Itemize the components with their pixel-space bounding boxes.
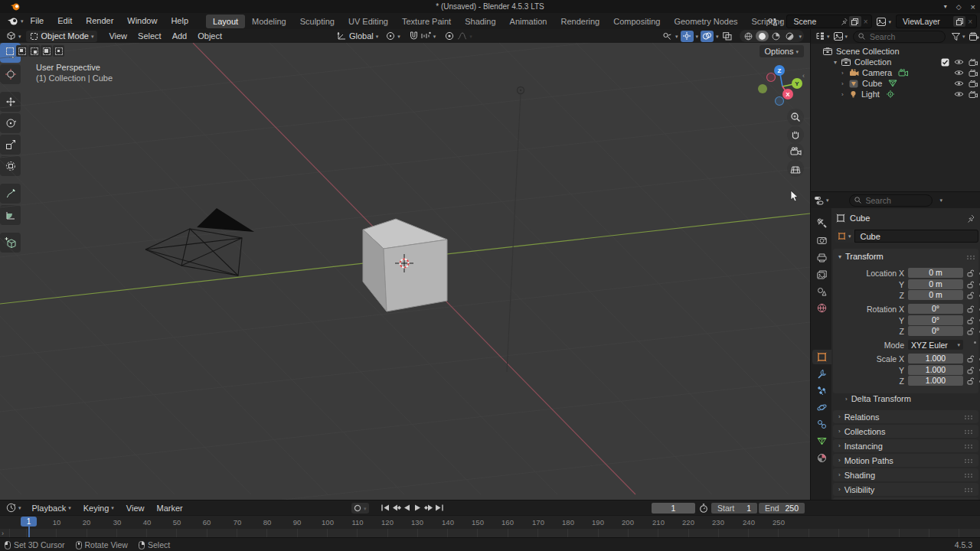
menu-edit[interactable]: Edit <box>51 13 79 29</box>
sidebar-toggle-icon[interactable]: ‹ <box>802 72 805 80</box>
start-frame-field[interactable]: Start 1 <box>711 503 757 514</box>
rotation-x-field[interactable]: 0° <box>908 304 963 314</box>
expand-icon[interactable]: › <box>841 70 848 77</box>
current-frame-field[interactable]: 1 <box>652 503 695 514</box>
mode-selector[interactable]: Object Mode ▾ <box>26 31 98 42</box>
nav-gizmo[interactable]: Z Y X <box>758 65 802 106</box>
animate-control[interactable] <box>974 341 976 344</box>
pin-id-icon[interactable] <box>967 214 975 223</box>
lock-animate-controls[interactable] <box>967 292 980 299</box>
pan-view-button[interactable] <box>787 126 804 143</box>
menu-playback[interactable]: Playback▾ <box>26 504 77 513</box>
panel-visibility[interactable]: ›Visibility <box>833 483 978 496</box>
menu-keying[interactable]: Keying▾ <box>77 504 120 513</box>
blender-menu-button[interactable]: ▾ <box>0 17 24 26</box>
workspace-tab-compositing[interactable]: Compositing <box>606 15 667 28</box>
exclude-checkbox[interactable] <box>941 58 949 67</box>
unlink-scene-icon[interactable]: × <box>864 18 868 26</box>
panel-grip[interactable] <box>964 444 974 448</box>
outliner-display-mode-dropdown[interactable]: ▾ <box>834 32 848 41</box>
snap-toggle[interactable] <box>410 31 418 41</box>
maximize-icon[interactable]: ◇ <box>956 3 962 11</box>
tab-object[interactable] <box>812 350 831 364</box>
menu-add[interactable]: Add <box>167 31 193 41</box>
gizmo-neg-x[interactable] <box>767 73 776 82</box>
panel-grip[interactable] <box>964 473 974 478</box>
tab-view-layer[interactable] <box>812 267 831 282</box>
view-layer-selector[interactable]: ViewLayer × <box>896 15 977 28</box>
camera-view-button[interactable] <box>787 143 804 160</box>
object-visibility-dropdown[interactable]: ▾ <box>660 31 678 42</box>
gizmo-neg-z[interactable] <box>776 97 784 106</box>
tab-scene[interactable] <box>812 284 831 298</box>
scene-selector[interactable]: Scene × <box>786 15 872 28</box>
new-collection-button[interactable] <box>969 32 979 41</box>
pin-icon[interactable] <box>841 18 848 25</box>
menu-help[interactable]: Help <box>164 13 195 29</box>
lock-animate-controls[interactable] <box>967 269 980 277</box>
shading-solid-button[interactable] <box>756 31 769 41</box>
lock-animate-controls[interactable] <box>967 281 980 289</box>
lock-animate-controls[interactable] <box>967 377 980 385</box>
panel-grip[interactable] <box>966 255 976 259</box>
panel-motion-paths[interactable]: ›Motion Paths <box>833 454 978 467</box>
cube-object[interactable] <box>363 219 447 311</box>
workspace-tab-shading[interactable]: Shading <box>458 15 502 28</box>
scale-x-field[interactable]: 1.000 <box>908 354 963 364</box>
camera-object[interactable] <box>145 208 254 276</box>
menu-marker[interactable]: Marker <box>150 504 188 513</box>
perspective-switch-button[interactable] <box>787 160 804 177</box>
id-type-selector[interactable]: ▾ <box>835 230 854 243</box>
location-z-field[interactable]: 0 m <box>908 290 963 300</box>
zoom-view-button[interactable] <box>787 109 804 126</box>
region-toggle-icon[interactable]: › <box>2 530 4 537</box>
menu-select[interactable]: Select <box>132 31 167 41</box>
minimize-icon[interactable]: ▾ <box>944 3 947 10</box>
shading-material-button[interactable] <box>769 31 782 41</box>
menu-view-timeline[interactable]: View <box>120 504 151 513</box>
panel-grip[interactable] <box>964 458 974 463</box>
shading-rendered-button[interactable] <box>783 31 796 41</box>
pivot-point-dropdown[interactable]: ▾ <box>386 31 400 41</box>
timeline-ruler[interactable]: 10 20 30 40 50 60 70 80 90 100 110 120 1… <box>0 515 980 530</box>
workspace-tab-layout[interactable]: Layout <box>206 15 245 28</box>
outliner-row-light[interactable]: › Light <box>811 89 980 99</box>
remove-view-layer-icon[interactable]: × <box>968 18 972 26</box>
jump-to-end-button[interactable] <box>434 503 444 513</box>
xray-toggle[interactable] <box>721 31 734 42</box>
delta-transform-subpanel[interactable]: › Delta Transform <box>845 394 911 403</box>
play-button[interactable] <box>413 503 423 513</box>
properties-options-icon[interactable]: ▾ <box>940 197 943 203</box>
show-gizmo-toggle[interactable]: ▾ <box>681 31 699 42</box>
end-frame-field[interactable]: End 250 <box>759 503 805 514</box>
timeline-editor-type-button[interactable]: ▾ <box>0 503 21 513</box>
select-mode-subtract[interactable] <box>41 45 52 57</box>
tab-physics[interactable] <box>812 400 831 415</box>
breadcrumb-object-name[interactable]: Cube <box>850 214 870 223</box>
proportional-falloff-dropdown[interactable]: ▾ <box>457 31 472 41</box>
collapse-icon[interactable]: ▾ <box>834 59 840 66</box>
location-x-field[interactable]: 0 m <box>908 268 963 278</box>
outliner-row-camera[interactable]: › Camera <box>811 67 980 78</box>
view-layer-icon[interactable]: ▾ <box>877 18 891 26</box>
tab-particles[interactable] <box>812 383 831 398</box>
outliner-search-input[interactable] <box>868 31 940 42</box>
menu-window[interactable]: Window <box>120 13 164 29</box>
transform-orientation-dropdown[interactable]: Global ▾ <box>337 31 378 41</box>
menu-view[interactable]: View <box>103 31 132 41</box>
outliner-row-cube[interactable]: › Cube <box>811 78 980 89</box>
tab-constraints[interactable] <box>812 417 831 432</box>
select-mode-new[interactable] <box>16 45 28 57</box>
disable-render-icon[interactable] <box>969 70 978 77</box>
auto-keying-toggle[interactable]: ▾ <box>351 503 369 514</box>
hide-viewport-icon[interactable] <box>954 70 964 76</box>
outliner-editor-type-button[interactable]: ▾ <box>815 32 830 41</box>
menu-render[interactable]: Render <box>79 13 120 29</box>
scale-y-field[interactable]: 1.000 <box>908 365 963 375</box>
view-layer-name[interactable]: ViewLayer <box>898 17 952 26</box>
hide-viewport-icon[interactable] <box>954 59 964 65</box>
playhead-line[interactable] <box>28 527 30 538</box>
tab-modifiers[interactable] <box>812 367 831 381</box>
properties-search-input[interactable] <box>864 195 927 206</box>
lock-animate-controls[interactable] <box>967 317 980 324</box>
